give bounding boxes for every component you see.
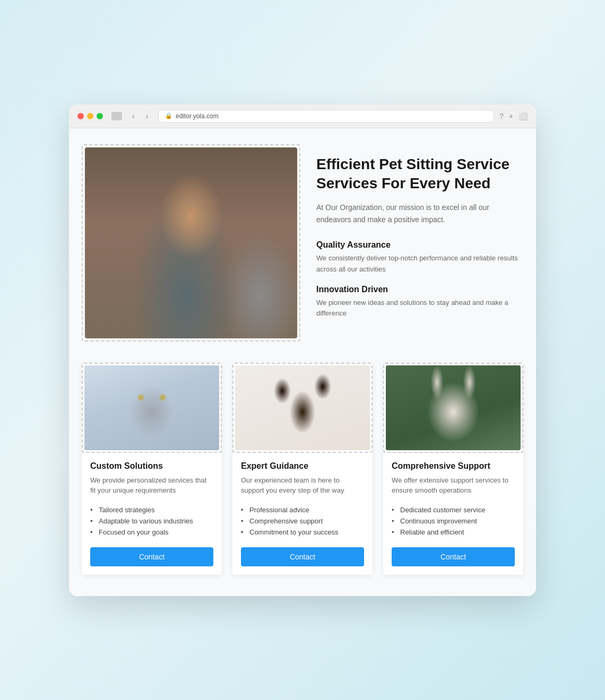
card-custom-solutions: Custom Solutions We provide personalized… (82, 363, 222, 575)
browser-chrome: ‹ › 🔒 editor.yola.com ? + ⬜ (69, 104, 536, 128)
card-3-image-wrapper (383, 363, 523, 453)
card-2-description: Our experienced team is here to support … (241, 475, 364, 496)
card-2-title: Expert Guidance (241, 461, 364, 471)
card-1-title: Custom Solutions (90, 461, 213, 471)
feature-innovation-title: Innovation Driven (316, 285, 523, 294)
list-item: Reliable and efficient (392, 527, 515, 538)
card-3-image (386, 365, 521, 450)
card-1-image (84, 365, 219, 450)
lock-icon: 🔒 (165, 112, 172, 119)
help-icon[interactable]: ? (499, 112, 504, 120)
share-icon[interactable]: ⬜ (518, 112, 528, 120)
nav-buttons: ‹ › (127, 110, 153, 122)
card-1-contact-button[interactable]: Contact (90, 547, 213, 566)
back-button[interactable]: ‹ (127, 110, 139, 122)
hero-dashed-border (82, 144, 300, 342)
card-3-title: Comprehensive Support (392, 461, 515, 471)
card-3-contact-button[interactable]: Contact (392, 547, 515, 566)
feature-innovation-description: We pioneer new ideas and solutions to st… (316, 298, 523, 320)
card-2-image-wrapper (232, 363, 373, 453)
card-1-description: We provide personalized services that fi… (90, 475, 213, 496)
list-item: Commitment to your success (241, 527, 364, 538)
list-item: Dedicated customer service (392, 504, 515, 515)
list-item: Continuous improvement (392, 515, 515, 527)
feature-innovation: Innovation Driven We pioneer new ideas a… (316, 285, 523, 320)
card-1-list: Tailored strategies Adaptable to various… (90, 504, 213, 538)
traffic-lights (77, 113, 103, 119)
card-3-description: We offer extensive support services to e… (392, 475, 515, 496)
card-2-contact-button[interactable]: Contact (241, 547, 364, 566)
address-bar[interactable]: 🔒 editor.yola.com (158, 110, 494, 122)
browser-window: ‹ › 🔒 editor.yola.com ? + ⬜ Effici (69, 104, 536, 596)
card-3-list: Dedicated customer service Continuous im… (392, 504, 515, 538)
card-2-dashed-border (232, 363, 373, 453)
maximize-button[interactable] (97, 113, 103, 119)
hero-image-container (82, 144, 300, 342)
forward-button[interactable]: › (141, 110, 153, 122)
add-tab-icon[interactable]: + (509, 112, 513, 120)
card-3-dashed-border (383, 363, 523, 453)
hero-description: At Our Organization, our mission is to e… (316, 202, 523, 225)
tab-icon (111, 112, 122, 120)
hero-image-visual (85, 147, 297, 338)
card-1-image-wrapper (82, 363, 222, 453)
list-item: Comprehensive support (241, 515, 364, 527)
list-item: Adaptable to various industries (90, 515, 213, 527)
hero-text: Efficient Pet Sitting Service Services F… (316, 144, 523, 329)
card-2-list: Professional advice Comprehensive suppor… (241, 504, 364, 538)
close-button[interactable] (77, 113, 84, 119)
hero-section: Efficient Pet Sitting Service Services F… (82, 144, 523, 342)
card-comprehensive-support: Comprehensive Support We offer extensive… (383, 363, 523, 575)
card-expert-guidance: Expert Guidance Our experienced team is … (232, 363, 373, 575)
card-2-body: Expert Guidance Our experienced team is … (232, 453, 373, 575)
card-2-image (235, 365, 370, 450)
minimize-button[interactable] (87, 113, 93, 119)
browser-actions: ? + ⬜ (499, 112, 528, 120)
url-text: editor.yola.com (176, 112, 219, 120)
feature-quality-description: We consistently deliver top-notch perfor… (316, 253, 523, 275)
feature-quality: Quality Assurance We consistently delive… (316, 240, 523, 275)
page-content: Efficient Pet Sitting Service Services F… (69, 128, 536, 596)
card-1-dashed-border (82, 363, 222, 453)
card-3-body: Comprehensive Support We offer extensive… (383, 453, 523, 575)
card-1-body: Custom Solutions We provide personalized… (82, 453, 222, 575)
list-item: Professional advice (241, 504, 364, 515)
list-item: Tailored strategies (90, 504, 213, 515)
list-item: Focused on your goals (90, 527, 213, 538)
feature-quality-title: Quality Assurance (316, 240, 523, 250)
hero-image (85, 147, 297, 338)
cards-section: Custom Solutions We provide personalized… (82, 363, 523, 575)
hero-title: Efficient Pet Sitting Service Services F… (316, 155, 523, 194)
